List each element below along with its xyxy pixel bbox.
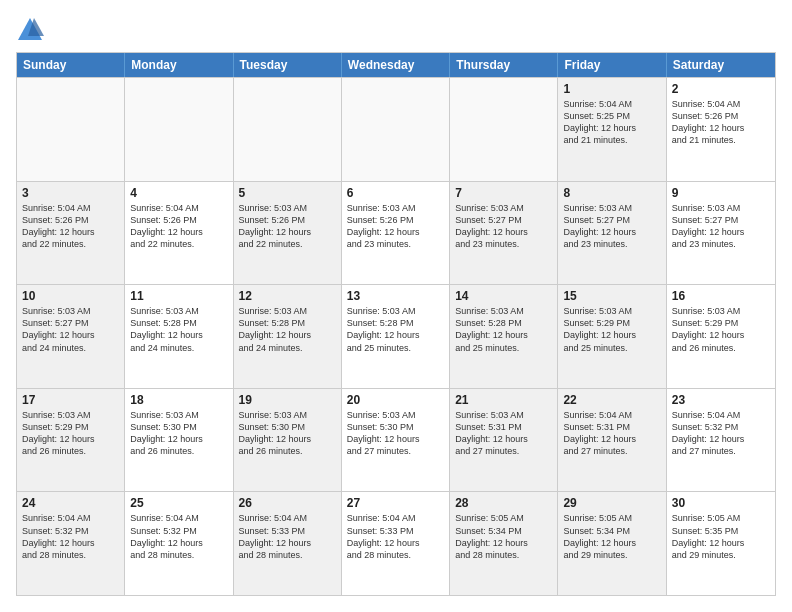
day-number: 30 <box>672 496 770 510</box>
calendar-cell-28: 28Sunrise: 5:05 AM Sunset: 5:34 PM Dayli… <box>450 492 558 595</box>
calendar-cell-24: 24Sunrise: 5:04 AM Sunset: 5:32 PM Dayli… <box>17 492 125 595</box>
day-info: Sunrise: 5:03 AM Sunset: 5:27 PM Dayligh… <box>563 202 660 251</box>
day-number: 3 <box>22 186 119 200</box>
calendar-cell-13: 13Sunrise: 5:03 AM Sunset: 5:28 PM Dayli… <box>342 285 450 388</box>
header-day-monday: Monday <box>125 53 233 77</box>
day-info: Sunrise: 5:03 AM Sunset: 5:28 PM Dayligh… <box>239 305 336 354</box>
day-info: Sunrise: 5:05 AM Sunset: 5:35 PM Dayligh… <box>672 512 770 561</box>
day-number: 9 <box>672 186 770 200</box>
day-info: Sunrise: 5:04 AM Sunset: 5:32 PM Dayligh… <box>672 409 770 458</box>
day-number: 24 <box>22 496 119 510</box>
day-info: Sunrise: 5:03 AM Sunset: 5:28 PM Dayligh… <box>130 305 227 354</box>
calendar-cell-8: 8Sunrise: 5:03 AM Sunset: 5:27 PM Daylig… <box>558 182 666 285</box>
calendar-cell-21: 21Sunrise: 5:03 AM Sunset: 5:31 PM Dayli… <box>450 389 558 492</box>
calendar-cell-20: 20Sunrise: 5:03 AM Sunset: 5:30 PM Dayli… <box>342 389 450 492</box>
day-info: Sunrise: 5:04 AM Sunset: 5:26 PM Dayligh… <box>672 98 770 147</box>
day-number: 17 <box>22 393 119 407</box>
header-day-sunday: Sunday <box>17 53 125 77</box>
header-day-saturday: Saturday <box>667 53 775 77</box>
day-number: 5 <box>239 186 336 200</box>
calendar-cell-22: 22Sunrise: 5:04 AM Sunset: 5:31 PM Dayli… <box>558 389 666 492</box>
calendar-cell-6: 6Sunrise: 5:03 AM Sunset: 5:26 PM Daylig… <box>342 182 450 285</box>
day-number: 13 <box>347 289 444 303</box>
calendar-cell-10: 10Sunrise: 5:03 AM Sunset: 5:27 PM Dayli… <box>17 285 125 388</box>
calendar-cell-5: 5Sunrise: 5:03 AM Sunset: 5:26 PM Daylig… <box>234 182 342 285</box>
calendar-cell-25: 25Sunrise: 5:04 AM Sunset: 5:32 PM Dayli… <box>125 492 233 595</box>
day-info: Sunrise: 5:03 AM Sunset: 5:28 PM Dayligh… <box>347 305 444 354</box>
day-info: Sunrise: 5:04 AM Sunset: 5:32 PM Dayligh… <box>22 512 119 561</box>
day-number: 15 <box>563 289 660 303</box>
day-info: Sunrise: 5:03 AM Sunset: 5:29 PM Dayligh… <box>563 305 660 354</box>
header-day-tuesday: Tuesday <box>234 53 342 77</box>
calendar-row-1: 3Sunrise: 5:04 AM Sunset: 5:26 PM Daylig… <box>17 181 775 285</box>
calendar-cell-empty-0-2 <box>234 78 342 181</box>
day-number: 14 <box>455 289 552 303</box>
header <box>16 16 776 44</box>
calendar-row-0: 1Sunrise: 5:04 AM Sunset: 5:25 PM Daylig… <box>17 77 775 181</box>
day-number: 23 <box>672 393 770 407</box>
day-info: Sunrise: 5:03 AM Sunset: 5:27 PM Dayligh… <box>22 305 119 354</box>
day-number: 25 <box>130 496 227 510</box>
calendar-cell-2: 2Sunrise: 5:04 AM Sunset: 5:26 PM Daylig… <box>667 78 775 181</box>
calendar-cell-7: 7Sunrise: 5:03 AM Sunset: 5:27 PM Daylig… <box>450 182 558 285</box>
calendar-cell-30: 30Sunrise: 5:05 AM Sunset: 5:35 PM Dayli… <box>667 492 775 595</box>
calendar: SundayMondayTuesdayWednesdayThursdayFrid… <box>16 52 776 596</box>
calendar-cell-26: 26Sunrise: 5:04 AM Sunset: 5:33 PM Dayli… <box>234 492 342 595</box>
day-info: Sunrise: 5:03 AM Sunset: 5:26 PM Dayligh… <box>347 202 444 251</box>
day-info: Sunrise: 5:04 AM Sunset: 5:32 PM Dayligh… <box>130 512 227 561</box>
calendar-cell-11: 11Sunrise: 5:03 AM Sunset: 5:28 PM Dayli… <box>125 285 233 388</box>
day-info: Sunrise: 5:03 AM Sunset: 5:30 PM Dayligh… <box>130 409 227 458</box>
calendar-cell-empty-0-0 <box>17 78 125 181</box>
day-number: 26 <box>239 496 336 510</box>
calendar-cell-empty-0-3 <box>342 78 450 181</box>
day-info: Sunrise: 5:03 AM Sunset: 5:28 PM Dayligh… <box>455 305 552 354</box>
day-number: 12 <box>239 289 336 303</box>
calendar-header: SundayMondayTuesdayWednesdayThursdayFrid… <box>17 53 775 77</box>
calendar-cell-empty-0-4 <box>450 78 558 181</box>
day-info: Sunrise: 5:05 AM Sunset: 5:34 PM Dayligh… <box>563 512 660 561</box>
day-number: 19 <box>239 393 336 407</box>
calendar-cell-4: 4Sunrise: 5:04 AM Sunset: 5:26 PM Daylig… <box>125 182 233 285</box>
day-number: 21 <box>455 393 552 407</box>
day-info: Sunrise: 5:03 AM Sunset: 5:30 PM Dayligh… <box>239 409 336 458</box>
calendar-row-3: 17Sunrise: 5:03 AM Sunset: 5:29 PM Dayli… <box>17 388 775 492</box>
day-number: 10 <box>22 289 119 303</box>
day-info: Sunrise: 5:04 AM Sunset: 5:31 PM Dayligh… <box>563 409 660 458</box>
day-info: Sunrise: 5:04 AM Sunset: 5:33 PM Dayligh… <box>347 512 444 561</box>
calendar-cell-9: 9Sunrise: 5:03 AM Sunset: 5:27 PM Daylig… <box>667 182 775 285</box>
day-info: Sunrise: 5:04 AM Sunset: 5:26 PM Dayligh… <box>130 202 227 251</box>
day-number: 8 <box>563 186 660 200</box>
logo <box>16 16 46 44</box>
calendar-cell-3: 3Sunrise: 5:04 AM Sunset: 5:26 PM Daylig… <box>17 182 125 285</box>
calendar-cell-14: 14Sunrise: 5:03 AM Sunset: 5:28 PM Dayli… <box>450 285 558 388</box>
calendar-cell-12: 12Sunrise: 5:03 AM Sunset: 5:28 PM Dayli… <box>234 285 342 388</box>
day-number: 29 <box>563 496 660 510</box>
day-number: 2 <box>672 82 770 96</box>
day-number: 28 <box>455 496 552 510</box>
day-info: Sunrise: 5:03 AM Sunset: 5:29 PM Dayligh… <box>672 305 770 354</box>
day-info: Sunrise: 5:04 AM Sunset: 5:33 PM Dayligh… <box>239 512 336 561</box>
day-info: Sunrise: 5:03 AM Sunset: 5:29 PM Dayligh… <box>22 409 119 458</box>
calendar-cell-1: 1Sunrise: 5:04 AM Sunset: 5:25 PM Daylig… <box>558 78 666 181</box>
day-info: Sunrise: 5:03 AM Sunset: 5:27 PM Dayligh… <box>672 202 770 251</box>
logo-icon <box>16 16 44 44</box>
day-number: 11 <box>130 289 227 303</box>
day-info: Sunrise: 5:03 AM Sunset: 5:26 PM Dayligh… <box>239 202 336 251</box>
calendar-cell-29: 29Sunrise: 5:05 AM Sunset: 5:34 PM Dayli… <box>558 492 666 595</box>
day-number: 7 <box>455 186 552 200</box>
day-number: 18 <box>130 393 227 407</box>
day-number: 1 <box>563 82 660 96</box>
day-info: Sunrise: 5:03 AM Sunset: 5:30 PM Dayligh… <box>347 409 444 458</box>
header-day-friday: Friday <box>558 53 666 77</box>
calendar-row-2: 10Sunrise: 5:03 AM Sunset: 5:27 PM Dayli… <box>17 284 775 388</box>
calendar-cell-27: 27Sunrise: 5:04 AM Sunset: 5:33 PM Dayli… <box>342 492 450 595</box>
day-number: 6 <box>347 186 444 200</box>
calendar-cell-23: 23Sunrise: 5:04 AM Sunset: 5:32 PM Dayli… <box>667 389 775 492</box>
calendar-cell-empty-0-1 <box>125 78 233 181</box>
calendar-cell-19: 19Sunrise: 5:03 AM Sunset: 5:30 PM Dayli… <box>234 389 342 492</box>
day-number: 20 <box>347 393 444 407</box>
page: SundayMondayTuesdayWednesdayThursdayFrid… <box>0 0 792 612</box>
calendar-cell-18: 18Sunrise: 5:03 AM Sunset: 5:30 PM Dayli… <box>125 389 233 492</box>
calendar-cell-15: 15Sunrise: 5:03 AM Sunset: 5:29 PM Dayli… <box>558 285 666 388</box>
calendar-cell-17: 17Sunrise: 5:03 AM Sunset: 5:29 PM Dayli… <box>17 389 125 492</box>
